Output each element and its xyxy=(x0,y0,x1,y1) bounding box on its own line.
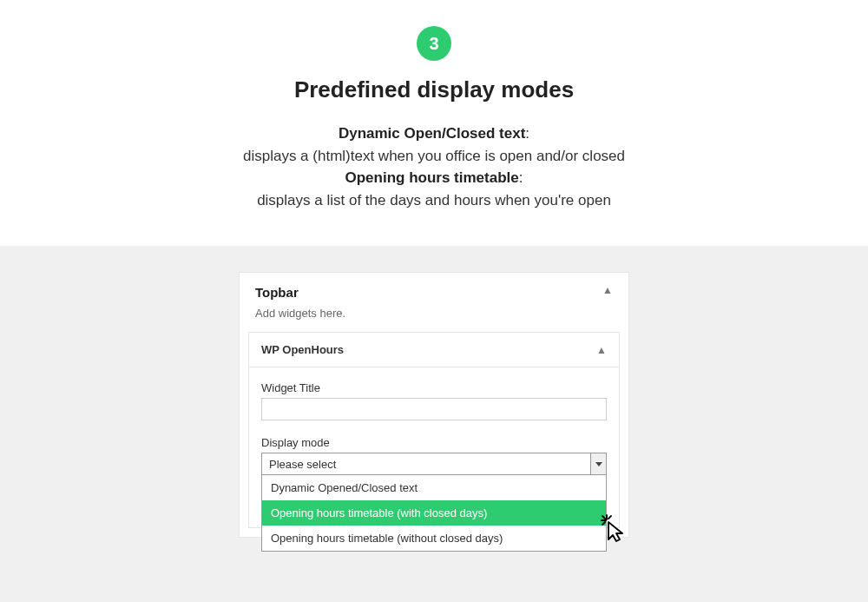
panel-subtitle: Add widgets here. xyxy=(240,303,628,332)
widget-area-panel: Topbar ▲ Add widgets here. WP OpenHours … xyxy=(239,272,629,538)
step-number-badge: 3 xyxy=(417,26,451,61)
collapse-widget-icon[interactable]: ▲ xyxy=(596,345,607,355)
dropdown-option[interactable]: Dynamic Opened/Closed text xyxy=(262,475,606,500)
select-placeholder: Please select xyxy=(262,458,336,471)
dropdown-option[interactable]: Opening hours timetable (without closed … xyxy=(262,526,606,551)
widget-title-input[interactable] xyxy=(261,398,607,420)
display-mode-label: Display mode xyxy=(261,436,607,449)
page-title: Predefined display modes xyxy=(0,76,868,103)
desc-line-2: displays a list of the days and hours wh… xyxy=(257,192,611,208)
desc-line-1: displays a (html)text when you office is… xyxy=(243,148,625,164)
widget-title-label: Widget Title xyxy=(261,381,607,394)
description-block: Dynamic Open/Closed text: displays a (ht… xyxy=(0,122,868,211)
panel-title: Topbar xyxy=(255,285,299,300)
dropdown-option[interactable]: Opening hours timetable (with closed day… xyxy=(262,500,606,526)
widget-box: WP OpenHours ▲ Widget Title Display mode… xyxy=(248,332,620,528)
svg-line-3 xyxy=(608,516,611,519)
desc-bold-1: Dynamic Open/Closed text xyxy=(339,125,525,142)
desc-bold-2: Opening hours timetable xyxy=(345,169,519,186)
chevron-down-icon[interactable] xyxy=(590,453,606,474)
widget-name: WP OpenHours xyxy=(261,343,344,356)
collapse-panel-icon[interactable]: ▲ xyxy=(602,285,613,295)
display-mode-select[interactable]: Please select xyxy=(261,453,607,475)
display-mode-dropdown: Dynamic Opened/Closed text Opening hours… xyxy=(261,475,607,552)
